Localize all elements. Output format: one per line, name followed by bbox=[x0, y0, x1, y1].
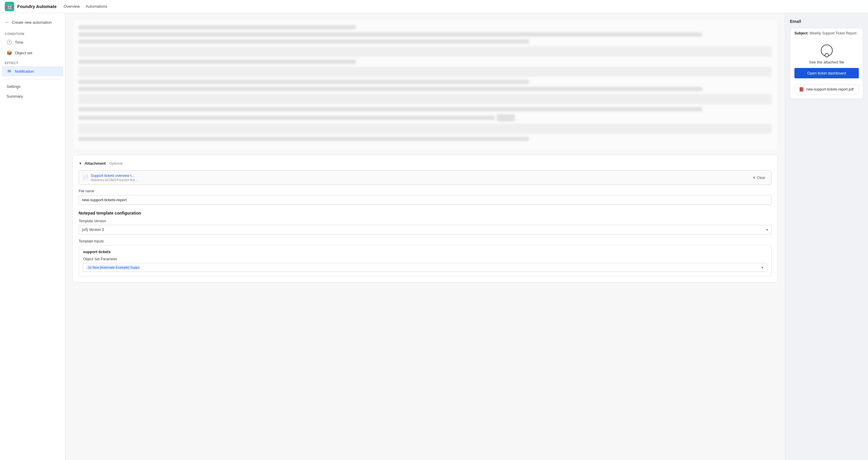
back-arrow-icon: ← bbox=[5, 20, 9, 25]
email-attachment-filename: new-support-tickets-report.pdf bbox=[806, 87, 854, 91]
file-name-input[interactable] bbox=[79, 195, 772, 205]
nav-links: Overview Automations bbox=[64, 3, 107, 10]
attachment-row: 📄 Support tickets overview t... /Advisor… bbox=[79, 170, 772, 185]
sidebar-item-object-set-label: Object set bbox=[15, 51, 32, 55]
variable-icon: {x} bbox=[88, 266, 92, 269]
main-content: ▼ Attachment Optional 📄 Support tickets … bbox=[65, 13, 868, 460]
close-icon: ✕ bbox=[753, 176, 755, 180]
subject-value: Weekly Support Ticket Report bbox=[810, 31, 857, 35]
chevron-down-icon: ▼ bbox=[79, 161, 82, 165]
back-button[interactable]: ← Create new automation bbox=[0, 18, 65, 29]
logo-icon: 🤖 bbox=[5, 2, 14, 11]
sidebar-item-settings-label: Settings bbox=[6, 84, 21, 89]
right-panel-title: Email bbox=[790, 19, 863, 24]
sidebar-item-time[interactable]: 🕐 Time bbox=[2, 37, 63, 47]
notification-icon: ✉ bbox=[6, 68, 12, 74]
sidebar-item-object-set[interactable]: 📦 Object set bbox=[2, 48, 63, 58]
app-logo: 🤖 Foundry Automate bbox=[5, 2, 57, 11]
sidebar-item-notification-label: Notification bbox=[15, 69, 34, 73]
email-open-dashboard-button[interactable]: Open ticket dashboard bbox=[795, 68, 859, 78]
object-set-label: Object Set Parameter bbox=[83, 257, 767, 261]
notepad-config-title: Notepad template configuration bbox=[79, 211, 772, 215]
email-body-text: See the attached file bbox=[809, 60, 844, 64]
effect-section-label: Effect bbox=[0, 58, 65, 66]
email-attachment-row: 📕 new-support-tickets-report.pdf bbox=[795, 84, 859, 94]
group-title: support tickets bbox=[83, 250, 767, 254]
clear-button[interactable]: ✕ Clear bbox=[750, 175, 768, 181]
center-panel: ▼ Attachment Optional 📄 Support tickets … bbox=[65, 13, 785, 460]
attachment-file-name: Support tickets overview t... bbox=[91, 174, 748, 178]
file-name-label: File name bbox=[79, 189, 772, 193]
sidebar-item-notification[interactable]: ✉ Notification bbox=[2, 66, 63, 76]
template-group: support tickets Object Set Parameter {x}… bbox=[79, 245, 772, 276]
app-brand: Foundry Automate bbox=[17, 4, 57, 9]
attachment-file-info: Support tickets overview t... /Advisory-… bbox=[91, 174, 748, 182]
nav-overview[interactable]: Overview bbox=[64, 3, 80, 10]
sidebar-item-summary-label: Summary bbox=[6, 94, 23, 98]
sidebar-divider bbox=[5, 79, 60, 79]
nav-automations[interactable]: Automations bbox=[86, 3, 107, 10]
chevron-down-icon: ▼ bbox=[761, 266, 764, 269]
blurred-top-section bbox=[72, 19, 778, 150]
email-preview-body: See the attached file Open ticket dashbo… bbox=[790, 38, 863, 84]
subject-prefix: Subject: bbox=[795, 31, 808, 35]
object-set-chip: {x} New [Automate Example] Support T... bbox=[86, 265, 140, 270]
sidebar-item-time-label: Time bbox=[15, 40, 23, 44]
email-avatar bbox=[821, 44, 833, 56]
template-version-select[interactable]: (v3) Version 3 (v2) Version 2 (v1) Versi… bbox=[79, 225, 772, 235]
right-panel: Email Subject: Weekly Support Ticket Rep… bbox=[785, 13, 868, 460]
object-set-value: New [Automate Example] Support T... bbox=[93, 266, 140, 269]
email-preview-card: Subject: Weekly Support Ticket Report Se… bbox=[790, 28, 863, 99]
object-set-select[interactable]: {x} New [Automate Example] Support T... … bbox=[83, 263, 767, 272]
clear-label: Clear bbox=[757, 176, 765, 180]
sidebar: ← Create new automation Condition 🕐 Time… bbox=[0, 13, 65, 460]
time-icon: 🕐 bbox=[6, 39, 12, 45]
attachment-section: ▼ Attachment Optional 📄 Support tickets … bbox=[72, 155, 778, 282]
object-set-icon: 📦 bbox=[6, 50, 12, 56]
attachment-file-path: /Advisory-b118d1/Foundry Aut... bbox=[91, 178, 748, 182]
attachment-header: ▼ Attachment Optional bbox=[79, 161, 772, 165]
optional-badge: Optional bbox=[109, 161, 123, 165]
template-version-label: Template Version bbox=[79, 219, 772, 223]
attachment-label: Attachment bbox=[85, 161, 106, 165]
top-navigation: 🤖 Foundry Automate Overview Automations bbox=[0, 0, 868, 13]
template-version-select-wrapper: (v3) Version 3 (v2) Version 2 (v1) Versi… bbox=[79, 225, 772, 235]
sidebar-item-summary[interactable]: Summary bbox=[2, 92, 63, 101]
sidebar-item-settings[interactable]: Settings bbox=[2, 82, 63, 91]
email-subject-bar: Subject: Weekly Support Ticket Report bbox=[790, 28, 863, 38]
back-label: Create new automation bbox=[12, 20, 52, 25]
pdf-icon: 📕 bbox=[799, 87, 804, 92]
template-inputs-label: Template Inputs bbox=[79, 239, 772, 243]
condition-section-label: Condition bbox=[0, 29, 65, 37]
file-icon: 📄 bbox=[83, 175, 88, 180]
